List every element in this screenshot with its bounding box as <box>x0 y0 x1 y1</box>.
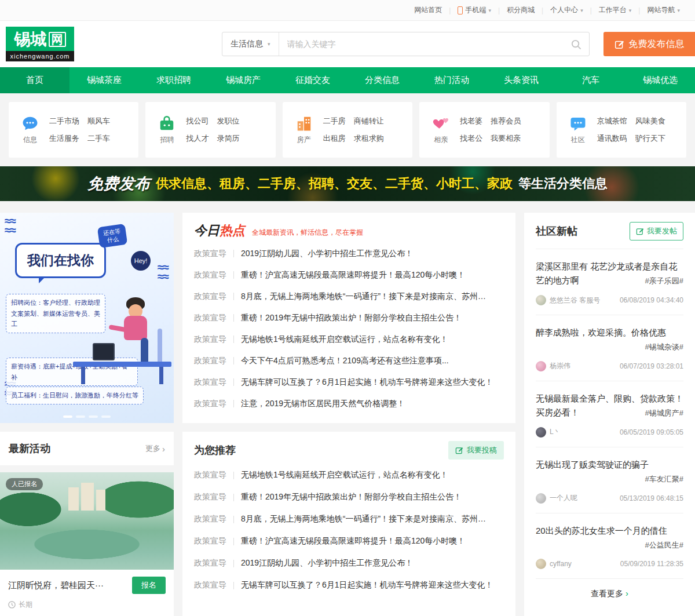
post-title[interactable]: 无锡出现了贩卖驾驶证的骗子 #车友汇聚# <box>536 458 683 486</box>
more-activities-link[interactable]: 更多 › <box>145 443 165 454</box>
news-tag[interactable]: 政策宣导 <box>194 558 226 568</box>
free-publish-button[interactable]: 免费发布信息 <box>603 32 695 56</box>
news-tag[interactable]: 政策宣导 <box>194 291 226 302</box>
post-author[interactable]: 悠悠兰谷 客服号 <box>550 296 600 305</box>
news-link[interactable]: 注意，2019无锡市区居民用天然气价格调整！ <box>241 399 405 409</box>
category-link[interactable]: 找人才 <box>186 133 209 144</box>
news-tag[interactable]: 政策宣导 <box>194 356 226 366</box>
category-link[interactable]: 找老公 <box>460 133 482 144</box>
news-tag[interactable]: 政策宣导 <box>194 334 226 345</box>
topbar-link-personal-center[interactable]: 个人中心 ▾ <box>543 5 590 15</box>
news-tag[interactable]: 政策宣导 <box>194 313 226 323</box>
news-tag[interactable]: 政策宣导 <box>194 514 226 524</box>
nav-item[interactable]: 征婚交友 <box>278 67 348 93</box>
category-link[interactable]: 二手房 <box>323 116 346 126</box>
news-link[interactable]: 重磅！2019年无锡中招政策出炉！附部分学校自主招生公告！ <box>241 492 462 502</box>
nav-item[interactable]: 首页 <box>0 67 70 93</box>
community-post[interactable]: 梁溪区那里有 花艺沙龙或者是亲自花艺的地方啊 #亲子乐园# 悠悠兰谷 客服号 0… <box>536 249 683 315</box>
category-link[interactable]: 通讯数码 <box>597 133 627 144</box>
promo-banner[interactable]: 免费发布 供求信息、租房、二手房、招聘、交友、二手货、小时工、家政 等生活分类信… <box>0 166 695 201</box>
signup-button[interactable]: 报名 <box>132 577 166 594</box>
news-tag[interactable]: 政策宣导 <box>194 249 226 259</box>
topbar-link-site-nav[interactable]: 网站导航 ▾ <box>640 5 687 15</box>
news-tag[interactable]: 政策宣导 <box>194 399 226 409</box>
category-link[interactable]: 录简历 <box>217 133 239 144</box>
category-link[interactable]: 顺风车 <box>87 116 110 126</box>
category-link[interactable]: 驴行天下 <box>635 133 665 144</box>
post-title[interactable]: 20出头的苏北女生求一个月的借住 #公益民生# <box>536 524 683 552</box>
news-link[interactable]: 无锡车牌可以互换了？6月1日起实施！机动车号牌将迎来这些大变化！ <box>241 377 493 388</box>
search-button[interactable] <box>562 32 589 56</box>
search-input[interactable] <box>279 39 562 49</box>
post-author[interactable]: 杨崇伟 <box>550 361 570 371</box>
nav-item[interactable]: 汽车 <box>556 67 626 93</box>
nav-item[interactable]: 分类信息 <box>348 67 417 93</box>
post-title-text[interactable]: 无锡出现了贩卖驾驶证的骗子 <box>536 460 649 469</box>
post-tag[interactable]: #亲子乐园# <box>645 275 683 287</box>
category-link[interactable]: 生活服务 <box>49 133 79 144</box>
nav-item[interactable]: 头条资讯 <box>487 67 556 93</box>
post-title[interactable]: 梁溪区那里有 花艺沙龙或者是亲自花艺的地方啊 #亲子乐园# <box>536 260 683 287</box>
post-title[interactable]: 醉李成熟啦，欢迎采摘。价格优惠 #锡城杂谈# <box>536 326 683 353</box>
news-link[interactable]: 无锡地铁1号线南延线开启空载试运行，站点名称有变化！ <box>241 470 448 480</box>
category-link[interactable]: 风味美食 <box>635 116 665 126</box>
category-link[interactable]: 出租房 <box>323 133 346 144</box>
topbar-link-home[interactable]: 网站首页 <box>407 5 449 15</box>
category-link[interactable]: 京城茶馆 <box>597 116 627 126</box>
carousel-dot[interactable] <box>63 415 72 418</box>
post-tag[interactable]: #车友汇聚# <box>645 473 683 486</box>
carousel-dot[interactable] <box>89 415 98 418</box>
news-link[interactable]: 2019江阴幼儿园、小学初中招生工作意见公布！ <box>241 249 413 259</box>
topbar-link-mobile[interactable]: 手机端 ▾ <box>451 5 498 15</box>
nav-item[interactable]: 求职招聘 <box>139 67 209 93</box>
post-author[interactable]: cyffany <box>550 560 572 568</box>
post-tag[interactable]: #锡城房产# <box>645 407 683 420</box>
nav-item[interactable]: 热门活动 <box>417 67 487 93</box>
news-link[interactable]: 8月底，无锡上海两地乘地铁“一码通行”！接下来是对接南京、苏州… <box>241 291 486 302</box>
news-tag[interactable]: 政策宣导 <box>194 470 226 480</box>
category-link[interactable]: 求租求购 <box>354 133 384 144</box>
nav-item[interactable]: 锡城茶座 <box>70 67 139 93</box>
category-link[interactable]: 二手市场 <box>49 116 79 126</box>
activity-title[interactable]: 江阴昕悦府，碧桂园天··· <box>8 580 126 591</box>
view-more-link[interactable]: 查看更多 › <box>536 579 683 599</box>
carousel-dot[interactable] <box>101 415 111 418</box>
news-link[interactable]: 8月底，无锡上海两地乘地铁“一码通行”！接下来是对接南京、苏州… <box>241 514 486 524</box>
submit-article-button[interactable]: 我要投稿 <box>448 441 504 460</box>
category-link[interactable]: 发职位 <box>217 116 239 126</box>
post-title[interactable]: 无锡最新最全落户、限购、贷款政策！买房必看！ #锡城房产# <box>536 392 683 420</box>
post-tag[interactable]: #公益民生# <box>645 540 683 552</box>
category-link[interactable]: 找老婆 <box>460 116 482 126</box>
recruit-carousel[interactable]: ≈≈≈≈ ≈≈≈≈ ≈≈≈≈ 我们在找你 还在等 什么 Hey! 招聘岗位：客户… <box>0 213 174 423</box>
news-link[interactable]: 重磅！2019年无锡中招政策出炉！附部分学校自主招生公告！ <box>241 313 462 323</box>
category-link[interactable]: 推荐会员 <box>491 116 521 126</box>
carousel-dot[interactable] <box>76 415 85 418</box>
activity-card[interactable]: 人已报名 江阴昕悦府，碧桂园天··· 报名 长期 <box>0 472 174 616</box>
community-post[interactable]: 醉李成熟啦，欢迎采摘。价格优惠 #锡城杂谈# 杨崇伟 06/07/2019 03… <box>536 315 683 381</box>
post-author[interactable]: 一个人呢 <box>550 493 577 503</box>
news-tag[interactable]: 政策宣导 <box>194 492 226 502</box>
category-link[interactable]: 二手车 <box>87 133 110 144</box>
news-tag[interactable]: 政策宣导 <box>194 270 226 280</box>
community-post[interactable]: 无锡出现了贩卖驾驶证的骗子 #车友汇聚# 一个人呢 05/13/2019 06:… <box>536 447 683 513</box>
news-link[interactable]: 今天下午4点后可熟悉考点！2109高考还有这些注意事项... <box>241 356 449 366</box>
post-tag[interactable]: #锡城杂谈# <box>645 341 683 353</box>
logo[interactable]: 锡城 网 xichengwang.com <box>6 27 74 61</box>
nav-item[interactable]: 锡城优选 <box>626 67 695 93</box>
news-link[interactable]: 重磅！沪宜高速无锡段最高限速即将提升！最高120每小时噢！ <box>241 536 465 546</box>
news-link[interactable]: 无锡地铁1号线南延线开启空载试运行，站点名称有变化！ <box>241 334 448 345</box>
news-link[interactable]: 无锡车牌可以互换了？6月1日起实施！机动车号牌将迎来这些大变化！ <box>241 580 493 591</box>
post-title-text[interactable]: 醉李成熟啦，欢迎采摘。价格优惠 <box>536 327 666 337</box>
news-tag[interactable]: 政策宣导 <box>194 580 226 591</box>
news-tag[interactable]: 政策宣导 <box>194 377 226 388</box>
topbar-link-work-platform[interactable]: 工作平台 ▾ <box>592 5 639 15</box>
category-link[interactable]: 商铺转让 <box>354 116 384 126</box>
nav-item[interactable]: 锡城房产 <box>209 67 278 93</box>
category-link[interactable]: 找公司 <box>186 116 209 126</box>
search-category-select[interactable]: 生活信息 ▾ <box>222 32 279 56</box>
community-post[interactable]: 无锡最新最全落户、限购、贷款政策！买房必看！ #锡城房产# L丶 06/05/2… <box>536 381 683 447</box>
topbar-link-points-mall[interactable]: 积分商城 <box>500 5 542 15</box>
news-tag[interactable]: 政策宣导 <box>194 536 226 546</box>
new-post-button[interactable]: 我要发帖 <box>630 222 683 240</box>
post-title-text[interactable]: 20出头的苏北女生求一个月的借住 <box>536 526 667 535</box>
